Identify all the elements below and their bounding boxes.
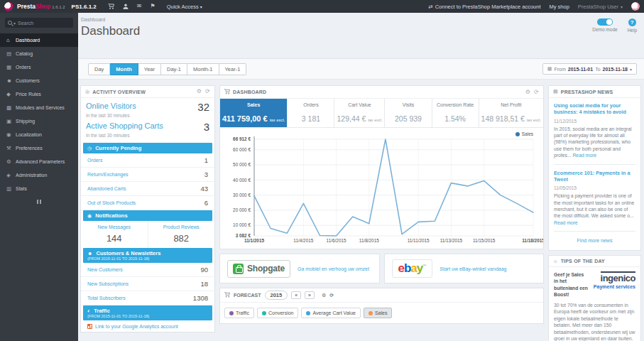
metric-sales-button[interactable]: Sales: [364, 308, 393, 318]
gear-icon[interactable]: ⚙: [322, 293, 326, 298]
shopgate-cta-link[interactable]: Ga mobiel en verhoog uw omzet: [298, 266, 369, 271]
google-analytics-link[interactable]: Link to your Google Analytics account: [87, 323, 208, 329]
forecast-year-selector[interactable]: 2015: [265, 291, 288, 300]
svg-text:11/13/2015: 11/13/2015: [440, 238, 463, 243]
read-more-link[interactable]: Read more: [572, 153, 596, 158]
chevron-down-icon: ▾: [621, 4, 623, 9]
range-month-1-button[interactable]: Month-1: [187, 63, 219, 75]
tab-cart-value[interactable]: Cart Value 129,44 € tax excl.: [334, 99, 385, 127]
messages-icon[interactable]: ✉: [137, 4, 142, 9]
orders-count: 1: [204, 156, 208, 164]
returns-link[interactable]: Return/Exchanges: [87, 172, 204, 177]
sidebar-item-price-rules[interactable]: ◆Price Rules: [0, 87, 78, 101]
customer-icon[interactable]: [123, 4, 129, 9]
date-range-picker[interactable]: ▦ From 2015-11-01 To 2015-11-18 ▾: [542, 63, 637, 75]
shopgate-logo: Shopgate: [227, 260, 290, 278]
sidebar-item-label: Shipping: [16, 119, 35, 124]
my-shop-link[interactable]: My shop: [550, 4, 569, 10]
total-subscribers-link[interactable]: Total Subscribers: [87, 296, 193, 301]
shopgate-banner[interactable]: Shopgate Ga mobiel en verhoog uw omzet: [219, 254, 380, 283]
traffic-dot-icon: [229, 311, 234, 315]
ebay-cta-link[interactable]: Start uw eBay-winkel vandaag: [440, 266, 506, 271]
sidebar-collapse-button[interactable]: [36, 200, 42, 204]
catalog-icon: ▤: [6, 50, 16, 57]
previous-year-button[interactable]: «: [291, 291, 301, 299]
refresh-icon[interactable]: ⟳: [534, 90, 539, 95]
tab-visits[interactable]: Visits 205 939: [385, 99, 432, 127]
help-icon[interactable]: ?: [628, 18, 636, 26]
new-customers-link[interactable]: New Customers: [87, 267, 200, 272]
tab-orders[interactable]: Orders 3 181: [288, 99, 334, 127]
demo-mode-control: Demo mode: [592, 18, 617, 32]
customers-icon: ☻: [6, 77, 16, 84]
cart-icon[interactable]: [108, 4, 114, 9]
advanced-parameters-icon: ⚙: [6, 158, 16, 165]
tab-sales[interactable]: Sales 411 759,00 € tax excl.: [220, 99, 288, 127]
help-control: ? Help: [628, 18, 637, 33]
sidebar-item-localization[interactable]: ◉Localization: [0, 128, 78, 141]
sidebar-item-shipping[interactable]: ▣Shipping: [0, 114, 78, 128]
range-day-button[interactable]: Day: [88, 63, 110, 75]
sidebar-item-stats[interactable]: ▥Stats: [0, 182, 78, 195]
metric-traffic-button[interactable]: Traffic: [224, 308, 254, 318]
article-excerpt: Picking a payment provider is one of the…: [554, 193, 634, 218]
article-title-link[interactable]: Ecommerce 101: Payments in a Tweet: [554, 170, 635, 183]
activity-overview-panel: ◎ ACTIVITY OVERVIEW ⚙ ⟳ Online Visitors …: [80, 85, 215, 332]
range-month-button[interactable]: Month: [110, 63, 138, 75]
out-of-stock-link[interactable]: Out of Stock Products: [87, 200, 204, 205]
sidebar-item-advanced-parameters[interactable]: ⚙Advanced Parameters: [0, 155, 78, 168]
chart-legend[interactable]: Sales: [515, 131, 533, 136]
next-year-button[interactable]: »: [305, 291, 315, 299]
demo-mode-toggle[interactable]: [597, 18, 613, 26]
find-more-news-link[interactable]: Find more news: [554, 237, 635, 246]
refresh-icon[interactable]: ⟳: [205, 89, 210, 94]
sidebar-item-catalog[interactable]: ▤Catalog: [0, 47, 78, 60]
metric-average-cart-value-button[interactable]: Average Cart Value: [301, 308, 360, 318]
quick-access-label: Quick Access: [167, 4, 199, 10]
ebay-banner[interactable]: ebay™ Start uw eBay-winkel vandaag: [384, 254, 545, 283]
sidebar-item-administration[interactable]: ◈Administration: [0, 168, 78, 182]
gear-icon[interactable]: ⚙: [197, 89, 202, 94]
sidebar-item-orders[interactable]: ▦Orders: [0, 60, 78, 74]
product-reviews-cell[interactable]: Product Reviews 882: [148, 221, 215, 248]
tab-conversion-rate[interactable]: Conversion Rate 1.54%: [432, 99, 479, 127]
tips-panel-header: ☼ TIPS OF THE DAY: [549, 256, 640, 267]
shop-name-link[interactable]: PS1.6.1.2: [72, 4, 97, 10]
sidebar-search[interactable]: ▾: [5, 18, 73, 28]
range-year-button[interactable]: Year: [138, 63, 161, 75]
metric-conversion-button[interactable]: Conversion: [257, 308, 298, 318]
orders-link[interactable]: Orders: [87, 158, 204, 163]
abandoned-carts-link[interactable]: Abandoned Carts: [87, 186, 200, 191]
sidebar-item-modules[interactable]: ▩Modules and Services: [0, 101, 78, 114]
shop-pin-icon[interactable]: ⚑: [150, 4, 155, 9]
quick-access-menu[interactable]: Quick Access ▾: [167, 4, 202, 10]
sidebar-item-dashboard[interactable]: ⌂Dashboard: [0, 33, 78, 47]
sidebar-item-customers[interactable]: ☻Customers: [0, 74, 78, 87]
breadcrumb[interactable]: Dashboard: [78, 13, 644, 22]
news-article: Using social media for your business: 4 …: [554, 102, 635, 159]
tab-net-profit[interactable]: Net Profit 148 918,51 € tax excl.: [479, 99, 543, 127]
search-input[interactable]: [18, 21, 70, 26]
new-messages-cell[interactable]: New Messages 144: [81, 221, 148, 248]
range-day-1-button[interactable]: Day-1: [161, 63, 187, 75]
sidebar-item-label: Preferences: [16, 146, 43, 151]
notifications-header: ◉ Notifications: [83, 210, 212, 221]
marketplace-connect-link[interactable]: ⇄ Connect to PrestaShop Marketplace acco…: [428, 4, 540, 10]
customers-newsletters-header: ☻ Customers & Newsletters (FROM 2015-11-…: [83, 248, 212, 263]
refresh-icon[interactable]: ⟳: [329, 293, 334, 298]
read-more-link[interactable]: Read more: [554, 220, 578, 225]
new-subscriptions-link[interactable]: New Subscriptions: [87, 281, 200, 286]
user-avatar[interactable]: [631, 2, 640, 11]
prestashop-logo-icon[interactable]: [4, 2, 13, 11]
ebay-tm: ™: [422, 264, 426, 268]
range-year-1-button[interactable]: Year-1: [219, 63, 247, 75]
article-title-link[interactable]: Using social media for your business: 4 …: [554, 102, 635, 116]
user-menu[interactable]: PrestaShop User ▾: [578, 4, 623, 10]
people-icon: ☻: [87, 251, 92, 256]
svg-text:11/11/2015: 11/11/2015: [408, 238, 430, 243]
user-name-label: PrestaShop User: [578, 4, 618, 10]
new-subscriptions-count: 18: [200, 280, 208, 288]
gear-icon[interactable]: ⚙: [525, 90, 530, 95]
brand-title[interactable]: PrestaShop1.6.1.2: [17, 3, 65, 10]
sidebar-item-preferences[interactable]: ⚒Preferences: [0, 141, 78, 155]
